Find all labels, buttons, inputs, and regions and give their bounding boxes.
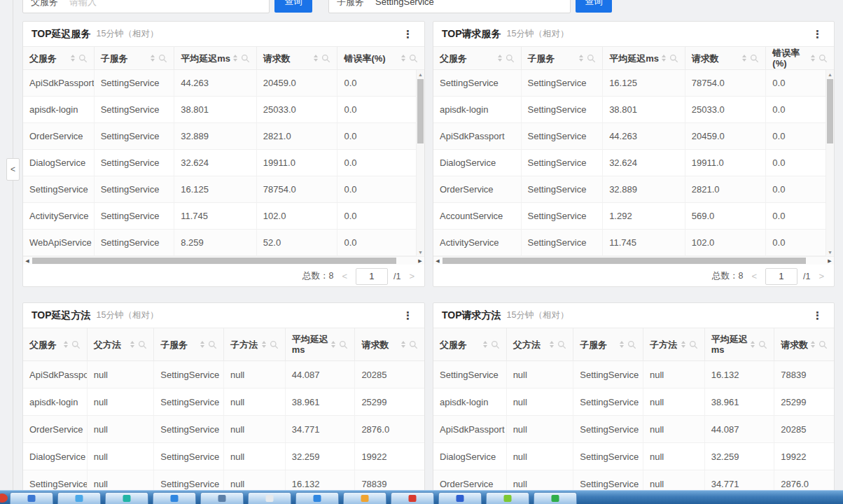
sort-icon[interactable] xyxy=(314,55,318,62)
sort-icon[interactable] xyxy=(130,341,134,348)
parent-service-field[interactable]: 父服务 xyxy=(22,0,270,13)
sort-icon[interactable] xyxy=(151,55,155,62)
column-search-icon[interactable] xyxy=(339,340,348,349)
page-number-input[interactable] xyxy=(765,268,797,285)
scroll-right-icon[interactable]: ▶ xyxy=(825,257,834,265)
horizontal-scrollbar[interactable]: ◀▶ xyxy=(23,256,424,265)
scroll-up-icon[interactable]: ▲ xyxy=(826,70,834,78)
table-row[interactable]: apisdk-loginSettingService38.80125033.00… xyxy=(23,97,424,123)
sort-icon[interactable] xyxy=(71,55,75,62)
vertical-scrollbar[interactable]: ▲▼ xyxy=(416,70,424,256)
column-search-icon[interactable] xyxy=(270,340,279,349)
scroll-down-icon[interactable]: ▼ xyxy=(417,248,424,256)
taskbar[interactable] xyxy=(0,490,843,504)
column-search-icon[interactable] xyxy=(758,340,767,349)
scroll-up-icon[interactable]: ▲ xyxy=(417,70,424,78)
table-row[interactable]: OrderServiceSettingService32.8892821.00.… xyxy=(433,176,834,203)
child-service-field[interactable]: 子服务 xyxy=(328,0,571,13)
sort-icon[interactable] xyxy=(483,341,487,348)
scroll-right-icon[interactable]: ▶ xyxy=(416,257,424,265)
sort-icon[interactable] xyxy=(620,341,624,348)
taskbar-app-4-button[interactable] xyxy=(153,492,196,504)
sort-icon[interactable] xyxy=(331,341,335,348)
taskbar-app-11-button[interactable] xyxy=(486,492,529,504)
column-search-icon[interactable] xyxy=(78,54,88,63)
next-page-button[interactable]: > xyxy=(409,272,414,281)
column-search-icon[interactable] xyxy=(71,340,81,349)
table-row[interactable]: OrderServiceSettingService32.8892821.00.… xyxy=(23,123,424,150)
sort-icon[interactable] xyxy=(262,341,266,348)
column-search-icon[interactable] xyxy=(491,340,500,349)
taskbar-app-3-button[interactable] xyxy=(105,492,148,504)
table-row[interactable]: apisdk-loginnullSettingServicenull38.961… xyxy=(23,388,424,416)
column-search-icon[interactable] xyxy=(818,340,828,349)
kebab-menu-icon[interactable]: ⋮ xyxy=(809,309,825,322)
taskbar-app-12-button[interactable] xyxy=(534,492,577,504)
sort-icon[interactable] xyxy=(742,55,746,62)
column-search-icon[interactable] xyxy=(138,340,147,349)
sort-icon[interactable] xyxy=(401,55,405,62)
taskbar-app-9-button[interactable] xyxy=(391,492,434,504)
table-row[interactable]: DialogServiceSettingService32.62419911.0… xyxy=(23,150,424,176)
taskbar-app-10-button[interactable] xyxy=(438,492,482,504)
sort-icon[interactable] xyxy=(579,55,583,62)
scrollbar-thumb[interactable] xyxy=(827,79,833,144)
column-search-icon[interactable] xyxy=(818,54,828,63)
table-row[interactable]: OrderServicenullSettingServicenull34.771… xyxy=(23,416,424,443)
vertical-scrollbar[interactable]: ▲▼ xyxy=(825,70,834,256)
scrollbar-thumb[interactable] xyxy=(32,258,396,264)
column-search-icon[interactable] xyxy=(506,54,515,63)
sidebar-collapse-button[interactable]: < xyxy=(6,158,20,181)
table-row[interactable]: SettingServiceSettingService16.12578754.… xyxy=(433,70,834,97)
horizontal-scrollbar[interactable]: ◀▶ xyxy=(433,256,834,265)
table-row[interactable]: DialogServiceSettingService32.62419911.0… xyxy=(433,150,834,176)
column-search-icon[interactable] xyxy=(321,54,330,63)
scrollbar-thumb[interactable] xyxy=(443,258,806,264)
sort-icon[interactable] xyxy=(233,55,237,62)
table-row[interactable]: ApiSdkPassportnullSettingServicenull44.0… xyxy=(433,416,834,443)
child-query-button[interactable]: 查询 xyxy=(576,0,612,13)
scroll-left-icon[interactable]: ◀ xyxy=(23,257,32,265)
taskbar-app-7-button[interactable] xyxy=(295,492,339,504)
kebab-menu-icon[interactable]: ⋮ xyxy=(400,309,416,322)
table-row[interactable]: apisdk-loginSettingService38.80125033.00… xyxy=(433,97,834,123)
sort-icon[interactable] xyxy=(811,341,815,348)
column-search-icon[interactable] xyxy=(557,340,566,349)
kebab-menu-icon[interactable]: ⋮ xyxy=(809,27,825,41)
sort-icon[interactable] xyxy=(401,341,405,348)
sort-icon[interactable] xyxy=(64,341,68,348)
table-row[interactable]: ActivityServiceSettingService11.745102.0… xyxy=(433,230,834,256)
taskbar-app-6-button[interactable] xyxy=(248,492,291,504)
taskbar-app-1-button[interactable] xyxy=(10,492,53,504)
parent-query-button[interactable]: 查询 xyxy=(274,0,312,13)
table-row[interactable]: apisdk-loginnullSettingServicenull38.961… xyxy=(433,388,834,416)
table-row[interactable]: SettingServiceSettingService16.12578754.… xyxy=(23,176,424,203)
table-row[interactable]: ApiSdkPassportSettingService44.26320459.… xyxy=(433,123,834,150)
taskbar-app-5-button[interactable] xyxy=(200,492,244,504)
table-row[interactable]: ApiSdkPassportnullSettingServicenull44.0… xyxy=(23,361,424,388)
sort-icon[interactable] xyxy=(662,55,666,62)
table-row[interactable]: ActivityServiceSettingService11.745102.0… xyxy=(23,203,424,230)
page-number-input[interactable] xyxy=(356,268,388,285)
parent-service-input[interactable] xyxy=(68,0,261,8)
scroll-left-icon[interactable]: ◀ xyxy=(433,257,442,265)
column-search-icon[interactable] xyxy=(409,54,418,63)
table-row[interactable]: DialogServicenullSettingServicenull32.25… xyxy=(23,443,424,470)
scroll-down-icon[interactable]: ▼ xyxy=(826,248,834,256)
column-search-icon[interactable] xyxy=(241,54,250,63)
sort-icon[interactable] xyxy=(681,341,685,348)
child-service-input[interactable] xyxy=(374,0,562,8)
scrollbar-thumb[interactable] xyxy=(417,79,424,144)
sort-icon[interactable] xyxy=(498,55,502,62)
column-search-icon[interactable] xyxy=(587,54,596,63)
column-search-icon[interactable] xyxy=(409,340,418,349)
kebab-menu-icon[interactable]: ⋮ xyxy=(400,27,416,41)
sort-icon[interactable] xyxy=(811,55,815,62)
taskbar-app-8-button[interactable] xyxy=(343,492,386,504)
column-search-icon[interactable] xyxy=(750,54,759,63)
column-search-icon[interactable] xyxy=(627,340,636,349)
column-search-icon[interactable] xyxy=(208,340,217,349)
sort-icon[interactable] xyxy=(751,341,755,348)
table-row[interactable]: ApiSdkPassportSettingService44.26320459.… xyxy=(23,70,424,97)
table-row[interactable]: AccountServiceSettingService1.292569.00.… xyxy=(433,203,834,230)
